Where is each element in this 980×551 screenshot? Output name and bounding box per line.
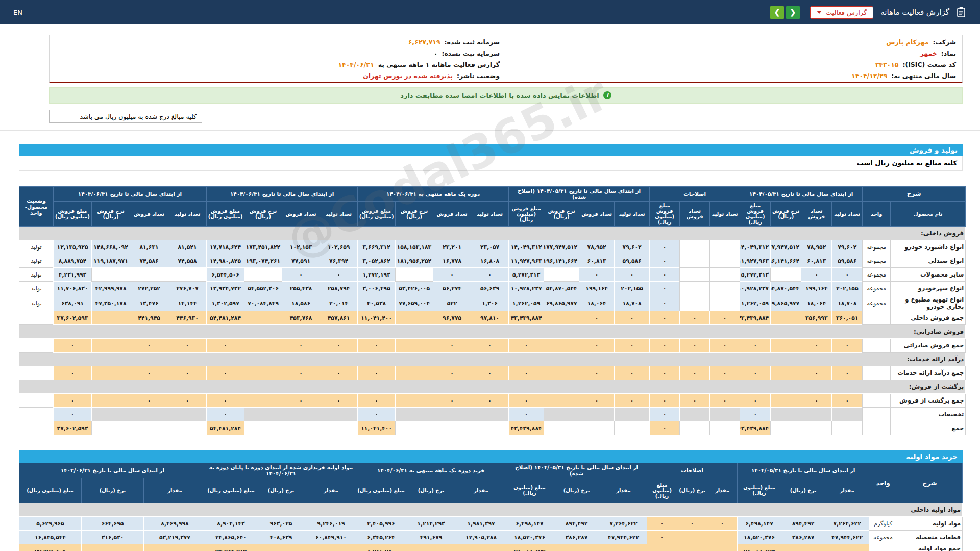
- cell: ۷,۲۶۴,۶۲۲: [600, 517, 647, 531]
- table-row: جمع مواد اولیه داخلی۰۲۵,۰۱۸,۵۲۳۰۰۲۵,۰۱۸,…: [19, 544, 963, 551]
- row-status: تولید: [19, 295, 54, 311]
- column-subheader: مبلغ فروش (میلیون ریال): [358, 202, 396, 227]
- previous-report-button[interactable]: ❮: [770, 6, 784, 19]
- cell: ۱۰۲,۱۵۳: [282, 240, 320, 254]
- column-subheader: تعداد تولید: [471, 202, 509, 227]
- row-status: تولید: [19, 282, 54, 295]
- cell: ۱۱۹,۱۸۷,۹۷۱: [92, 254, 130, 268]
- cell: [396, 366, 433, 380]
- column-group-header: اصلاحات: [647, 463, 738, 478]
- column-subheader: تعداد فروش: [801, 202, 832, 227]
- cell: ۰: [471, 339, 509, 353]
- table-row: انواع تهویه مطبوع و بخاری خودرومجموعه۱۸,…: [19, 295, 966, 311]
- cell: [82, 544, 144, 551]
- cell: ۴۳,۴۳۹,۸۸۴: [509, 311, 544, 325]
- column-subheader: نرخ فروش (ریال): [544, 202, 579, 227]
- cell: ۲۵۵,۴۳۸: [282, 282, 320, 295]
- row-name: تخفیفات: [891, 408, 966, 421]
- cell: ۶۳۸,۰۹۱: [54, 295, 92, 311]
- cell: [282, 408, 320, 421]
- cell: ۶۰,۸۱۳: [579, 254, 615, 268]
- table-row: انواع سپرخودرومجموعه۲۰۲,۱۵۵۱۹۹,۱۶۴۵۴,۸۷۰…: [19, 282, 966, 295]
- cell: ۰: [130, 366, 168, 380]
- unregistered-capital-row: سرمایه ثبت نشده:۰: [50, 47, 506, 59]
- cell: [130, 408, 168, 421]
- cell: ۴۴۱,۹۴۵: [130, 311, 168, 325]
- cell: [615, 408, 650, 421]
- cell: [544, 408, 579, 421]
- cell: ۱,۲۶۲,۰۵۹: [740, 295, 771, 311]
- cell: ۹۶۳,۰۲۵: [256, 517, 306, 531]
- cell: ۴۰,۵۳۸: [358, 295, 396, 311]
- section-header-materials: خرید مواد اولیه: [19, 450, 963, 463]
- report-type-dropdown[interactable]: گزارش فعالیت: [810, 6, 873, 19]
- cell: [244, 408, 282, 421]
- cell: ۵۲۲: [433, 295, 471, 311]
- column-subheader: مبلغ (میلیون ریال): [738, 478, 781, 503]
- cell: ۱۸,۵۸۶: [282, 295, 320, 311]
- cell: ۰: [54, 366, 92, 380]
- cell: ۱۶,۸۰۸: [471, 254, 509, 268]
- cell: ۱۹۹,۱۶۴: [801, 282, 832, 295]
- cell: [244, 339, 282, 353]
- issuer-status-label: وضعیت ناشر:: [457, 72, 500, 80]
- cell: ۵,۶۲۹,۹۶۵: [19, 517, 82, 531]
- column-header: واحد: [863, 202, 891, 227]
- column-subheader: نرخ فروش (ریال): [92, 202, 130, 227]
- cell: ۵۴,۸۷۰,۵۴۴: [544, 282, 579, 295]
- cell: [92, 394, 130, 408]
- cell: ۴۳,۴۳۹,۸۸۴: [740, 421, 771, 435]
- table-row: جمع برگشت از فروش۰۰۰۰۰۰۰۰۰۰۰۰۰۰۰۰۰۰: [19, 394, 966, 408]
- cell: ۰: [320, 339, 358, 353]
- cell: ۷۴,۵۸۶: [130, 254, 168, 268]
- cell: [710, 282, 740, 295]
- ticker-row: نماد:خمهر: [506, 47, 962, 59]
- column-header: نام محصول: [891, 202, 966, 227]
- cell: ۰: [207, 339, 244, 353]
- cell: ۰: [282, 268, 320, 282]
- cell: ۸۹۴,۴۹۲: [553, 517, 600, 531]
- cell: ۰: [320, 268, 358, 282]
- row-unit: مجموعه: [863, 254, 891, 268]
- row-name: جمع درآمد ارائه خدمات: [891, 366, 966, 380]
- company-info-left: سرمایه ثبت شده:۶,۶۲۷,۷۱۹ سرمایه ثبت نشده…: [50, 35, 506, 82]
- cell: ۰: [615, 339, 650, 353]
- next-report-button[interactable]: ❯: [786, 6, 800, 19]
- row-status: [19, 366, 54, 380]
- cell: [244, 394, 282, 408]
- cell: ۱۸,۰۶۴: [579, 295, 615, 311]
- cell: ۲۰۲,۱۵۵: [832, 282, 863, 295]
- cell: ۸,۷۵۱,۲۶۰: [356, 544, 406, 551]
- cell: [615, 421, 650, 435]
- column-subheader: نرخ (ریال): [82, 478, 144, 503]
- cell: [396, 408, 433, 421]
- language-toggle[interactable]: EN: [13, 9, 22, 16]
- row-status: تولید: [19, 268, 54, 282]
- row-status: [19, 394, 54, 408]
- cell: ۰: [168, 366, 207, 380]
- cell: ۰: [600, 544, 647, 551]
- report-table: شرحواحداز ابتدای سال مالی تا تاریخ ۱۴۰۴/…: [19, 463, 963, 551]
- signature-match-text: اطلاعات نمایش داده شده با اطلاعات امضا ش…: [400, 92, 599, 99]
- column-subheader: مبلغ (میلیون ریال): [19, 478, 82, 503]
- cell: ۰: [207, 394, 244, 408]
- cell: ۳,۰۰۶,۴۹۵: [358, 282, 396, 295]
- row-name: سایر محصولات: [891, 268, 966, 282]
- column-subheader: نرخ فروش (ریال): [771, 202, 801, 227]
- amounts-note-text: کلیه مبالغ درج شده به میلیون ریال می باش…: [80, 113, 197, 120]
- column-subheader: مبلغ فروش (میلیون ریال): [509, 202, 544, 227]
- cell: [677, 531, 707, 544]
- cell: [456, 544, 506, 551]
- section-label: مواد اولیه داخلی: [19, 503, 963, 517]
- section-label: فروش صادراتی:: [19, 325, 966, 339]
- report-table: شرحاز ابتدای سال مالی تا تاریخ ۱۴۰۴/۰۵/۳…: [19, 186, 966, 435]
- cell: ۷۸,۹۵۲: [579, 240, 615, 254]
- cell: ۱۰,۹۲۸,۲۳۷: [740, 282, 771, 295]
- cell: ۱۲,۱۳۵,۹۲۵: [54, 240, 92, 254]
- cell: ۰: [358, 366, 396, 380]
- cell: [771, 339, 801, 353]
- cell: ۵۶,۲۷۴: [433, 282, 471, 295]
- cell: ۲۰۲,۱۵۵: [615, 282, 650, 295]
- cell: [771, 366, 801, 380]
- cell: [680, 421, 710, 435]
